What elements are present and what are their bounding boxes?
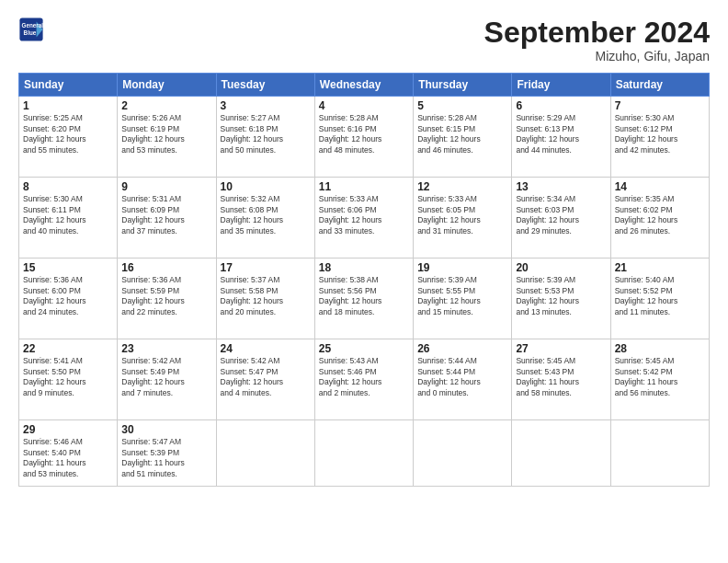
table-row: 26Sunrise: 5:44 AM Sunset: 5:44 PM Dayli… <box>414 339 512 420</box>
day-number: 17 <box>221 261 311 274</box>
day-info: Sunrise: 5:33 AM Sunset: 6:05 PM Dayligh… <box>417 194 507 236</box>
day-number: 9 <box>121 180 211 193</box>
day-number: 3 <box>221 99 311 112</box>
day-number: 11 <box>319 180 409 193</box>
day-info: Sunrise: 5:44 AM Sunset: 5:44 PM Dayligh… <box>417 356 507 398</box>
day-info: Sunrise: 5:28 AM Sunset: 6:15 PM Dayligh… <box>417 113 507 155</box>
location: Mizuho, Gifu, Japan <box>484 49 710 63</box>
calendar: Sunday Monday Tuesday Wednesday Thursday… <box>18 73 710 487</box>
day-info: Sunrise: 5:25 AM Sunset: 6:20 PM Dayligh… <box>23 113 113 155</box>
table-row: 29Sunrise: 5:46 AM Sunset: 5:40 PM Dayli… <box>19 420 118 487</box>
col-tuesday: Tuesday <box>216 74 314 97</box>
table-row: 15Sunrise: 5:36 AM Sunset: 6:00 PM Dayli… <box>19 259 118 339</box>
table-row: 20Sunrise: 5:39 AM Sunset: 5:53 PM Dayli… <box>512 259 610 339</box>
day-number: 13 <box>516 180 606 193</box>
day-number: 28 <box>615 342 705 355</box>
table-row: 9Sunrise: 5:31 AM Sunset: 6:09 PM Daylig… <box>118 178 216 259</box>
day-number: 21 <box>615 261 705 274</box>
table-row: 11Sunrise: 5:33 AM Sunset: 6:06 PM Dayli… <box>314 178 413 259</box>
svg-text:Blue: Blue <box>24 29 37 36</box>
day-number: 15 <box>23 261 113 274</box>
day-number: 7 <box>615 99 705 112</box>
day-info: Sunrise: 5:27 AM Sunset: 6:18 PM Dayligh… <box>221 113 311 155</box>
day-info: Sunrise: 5:43 AM Sunset: 5:46 PM Dayligh… <box>319 356 409 398</box>
day-number: 16 <box>121 261 211 274</box>
day-info: Sunrise: 5:39 AM Sunset: 5:53 PM Dayligh… <box>516 275 606 317</box>
day-number: 23 <box>121 342 211 355</box>
day-info: Sunrise: 5:45 AM Sunset: 5:42 PM Dayligh… <box>615 356 705 398</box>
day-info: Sunrise: 5:41 AM Sunset: 5:50 PM Dayligh… <box>23 356 113 398</box>
table-row: 19Sunrise: 5:39 AM Sunset: 5:55 PM Dayli… <box>414 259 512 339</box>
table-row <box>512 420 610 487</box>
calendar-week-row: 8Sunrise: 5:30 AM Sunset: 6:11 PM Daylig… <box>19 178 710 259</box>
table-row: 14Sunrise: 5:35 AM Sunset: 6:02 PM Dayli… <box>610 178 709 259</box>
weekday-header-row: Sunday Monday Tuesday Wednesday Thursday… <box>19 74 710 97</box>
day-number: 20 <box>516 261 606 274</box>
table-row: 10Sunrise: 5:32 AM Sunset: 6:08 PM Dayli… <box>216 178 314 259</box>
day-info: Sunrise: 5:32 AM Sunset: 6:08 PM Dayligh… <box>221 194 311 236</box>
day-info: Sunrise: 5:34 AM Sunset: 6:03 PM Dayligh… <box>516 194 606 236</box>
day-number: 22 <box>23 342 113 355</box>
col-sunday: Sunday <box>19 74 118 97</box>
day-number: 27 <box>516 342 606 355</box>
day-info: Sunrise: 5:31 AM Sunset: 6:09 PM Dayligh… <box>121 194 211 236</box>
table-row: 1Sunrise: 5:25 AM Sunset: 6:20 PM Daylig… <box>19 97 118 178</box>
table-row <box>216 420 314 487</box>
day-info: Sunrise: 5:33 AM Sunset: 6:06 PM Dayligh… <box>319 194 409 236</box>
day-info: Sunrise: 5:35 AM Sunset: 6:02 PM Dayligh… <box>615 194 705 236</box>
svg-text:General: General <box>22 22 44 29</box>
day-number: 19 <box>417 261 507 274</box>
day-info: Sunrise: 5:28 AM Sunset: 6:16 PM Dayligh… <box>319 113 409 155</box>
table-row: 5Sunrise: 5:28 AM Sunset: 6:15 PM Daylig… <box>414 97 512 178</box>
day-info: Sunrise: 5:47 AM Sunset: 5:39 PM Dayligh… <box>121 437 211 479</box>
table-row <box>610 420 709 487</box>
table-row: 25Sunrise: 5:43 AM Sunset: 5:46 PM Dayli… <box>314 339 413 420</box>
day-number: 1 <box>23 99 113 112</box>
table-row: 21Sunrise: 5:40 AM Sunset: 5:52 PM Dayli… <box>610 259 709 339</box>
day-info: Sunrise: 5:46 AM Sunset: 5:40 PM Dayligh… <box>23 437 113 479</box>
logo-icon: General Blue <box>18 17 44 42</box>
day-number: 29 <box>23 423 113 436</box>
day-number: 4 <box>319 99 409 112</box>
table-row: 13Sunrise: 5:34 AM Sunset: 6:03 PM Dayli… <box>512 178 610 259</box>
page: General Blue September 2024 Mizuho, Gifu… <box>0 0 728 563</box>
day-info: Sunrise: 5:30 AM Sunset: 6:11 PM Dayligh… <box>23 194 113 236</box>
table-row: 8Sunrise: 5:30 AM Sunset: 6:11 PM Daylig… <box>19 178 118 259</box>
calendar-week-row: 22Sunrise: 5:41 AM Sunset: 5:50 PM Dayli… <box>19 339 710 420</box>
day-number: 26 <box>417 342 507 355</box>
table-row <box>314 420 413 487</box>
day-info: Sunrise: 5:42 AM Sunset: 5:47 PM Dayligh… <box>221 356 311 398</box>
month-title: September 2024 <box>484 17 710 49</box>
day-info: Sunrise: 5:37 AM Sunset: 5:58 PM Dayligh… <box>221 275 311 317</box>
day-number: 8 <box>23 180 113 193</box>
day-number: 30 <box>121 423 211 436</box>
col-monday: Monday <box>118 74 216 97</box>
title-block: September 2024 Mizuho, Gifu, Japan <box>484 17 710 63</box>
table-row: 28Sunrise: 5:45 AM Sunset: 5:42 PM Dayli… <box>610 339 709 420</box>
day-info: Sunrise: 5:45 AM Sunset: 5:43 PM Dayligh… <box>516 356 606 398</box>
col-friday: Friday <box>512 74 610 97</box>
table-row: 7Sunrise: 5:30 AM Sunset: 6:12 PM Daylig… <box>610 97 709 178</box>
day-info: Sunrise: 5:26 AM Sunset: 6:19 PM Dayligh… <box>121 113 211 155</box>
day-info: Sunrise: 5:36 AM Sunset: 6:00 PM Dayligh… <box>23 275 113 317</box>
table-row: 24Sunrise: 5:42 AM Sunset: 5:47 PM Dayli… <box>216 339 314 420</box>
col-thursday: Thursday <box>414 74 512 97</box>
table-row: 27Sunrise: 5:45 AM Sunset: 5:43 PM Dayli… <box>512 339 610 420</box>
calendar-week-row: 29Sunrise: 5:46 AM Sunset: 5:40 PM Dayli… <box>19 420 710 487</box>
table-row: 18Sunrise: 5:38 AM Sunset: 5:56 PM Dayli… <box>314 259 413 339</box>
table-row: 3Sunrise: 5:27 AM Sunset: 6:18 PM Daylig… <box>216 97 314 178</box>
day-info: Sunrise: 5:30 AM Sunset: 6:12 PM Dayligh… <box>615 113 705 155</box>
day-number: 18 <box>319 261 409 274</box>
day-info: Sunrise: 5:40 AM Sunset: 5:52 PM Dayligh… <box>615 275 705 317</box>
day-number: 24 <box>221 342 311 355</box>
col-wednesday: Wednesday <box>314 74 413 97</box>
calendar-week-row: 15Sunrise: 5:36 AM Sunset: 6:00 PM Dayli… <box>19 259 710 339</box>
day-number: 5 <box>417 99 507 112</box>
table-row: 2Sunrise: 5:26 AM Sunset: 6:19 PM Daylig… <box>118 97 216 178</box>
header: General Blue September 2024 Mizuho, Gifu… <box>18 17 710 63</box>
table-row: 4Sunrise: 5:28 AM Sunset: 6:16 PM Daylig… <box>314 97 413 178</box>
table-row: 23Sunrise: 5:42 AM Sunset: 5:49 PM Dayli… <box>118 339 216 420</box>
day-number: 6 <box>516 99 606 112</box>
day-info: Sunrise: 5:42 AM Sunset: 5:49 PM Dayligh… <box>121 356 211 398</box>
table-row: 12Sunrise: 5:33 AM Sunset: 6:05 PM Dayli… <box>414 178 512 259</box>
